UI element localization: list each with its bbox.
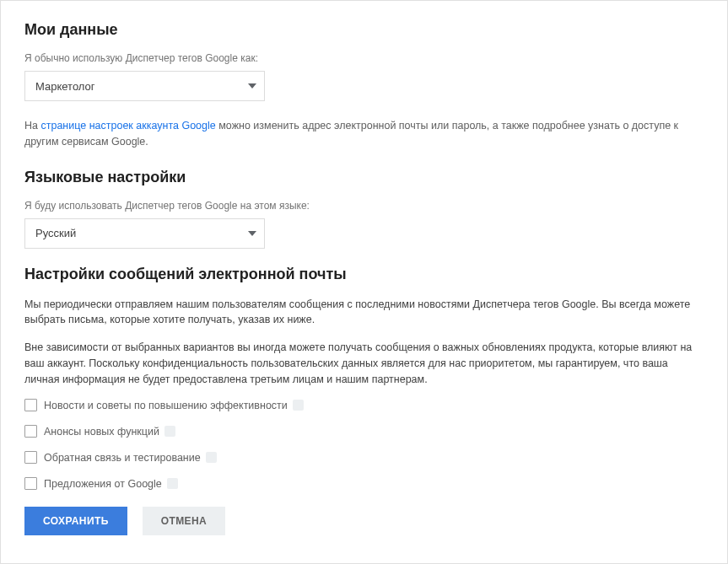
- help-icon[interactable]: [164, 426, 175, 437]
- language-label: Я буду использовать Диспетчер тегов Goog…: [24, 200, 704, 212]
- checkbox-feedback[interactable]: [24, 451, 37, 464]
- checkbox-offers[interactable]: [24, 477, 37, 490]
- option-news: Новости и советы по повышению эффективно…: [24, 399, 704, 411]
- option-announcements: Анонсы новых функций: [24, 425, 704, 438]
- option-feedback: Обратная связь и тестирование: [24, 451, 704, 464]
- checkbox-announcements-label: Анонсы новых функций: [44, 426, 159, 438]
- email-paragraph-2: Вне зависимости от выбранных вариантов в…: [24, 340, 704, 387]
- account-settings-link[interactable]: странице настроек аккаунта Google: [40, 120, 215, 132]
- role-select-value: Маркетолог: [35, 80, 95, 93]
- account-settings-info: На странице настроек аккаунта Google мож…: [24, 118, 704, 150]
- help-icon[interactable]: [167, 478, 178, 489]
- checkbox-feedback-label: Обратная связь и тестирование: [44, 452, 201, 464]
- settings-panel: Мои данные Я обычно использую Диспетчер …: [0, 0, 728, 564]
- checkbox-news-label: Новости и советы по повышению эффективно…: [44, 400, 288, 411]
- checkbox-announcements[interactable]: [24, 425, 37, 438]
- email-options: Новости и советы по повышению эффективно…: [24, 399, 704, 490]
- language-select[interactable]: Русский: [24, 218, 265, 249]
- save-button[interactable]: СОХРАНИТЬ: [24, 507, 127, 535]
- language-select-value: Русский: [35, 227, 76, 239]
- role-select[interactable]: Маркетолог: [24, 71, 265, 101]
- help-icon[interactable]: [206, 452, 217, 463]
- option-offers: Предложения от Google: [24, 477, 704, 490]
- role-label: Я обычно использую Диспетчер тегов Googl…: [24, 52, 704, 64]
- checkbox-offers-label: Предложения от Google: [44, 478, 162, 490]
- email-paragraph-1: Мы периодически отправляем нашим пользов…: [24, 297, 704, 329]
- email-heading: Настройки сообщений электронной почты: [24, 266, 704, 283]
- language-heading: Языковые настройки: [24, 169, 704, 186]
- checkbox-news[interactable]: [24, 399, 37, 411]
- my-data-heading: Мои данные: [24, 21, 704, 39]
- action-buttons: СОХРАНИТЬ ОТМЕНА: [24, 507, 704, 535]
- help-icon[interactable]: [293, 400, 304, 411]
- cancel-button[interactable]: ОТМЕНА: [143, 507, 225, 535]
